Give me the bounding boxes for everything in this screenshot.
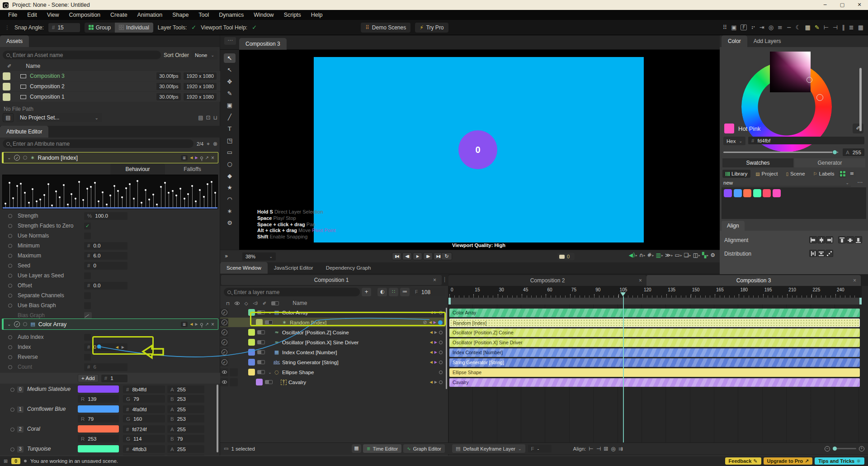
tab-color[interactable]: Color xyxy=(722,35,747,47)
checkbox-use-normals[interactable] xyxy=(84,233,91,239)
add-layer-button[interactable]: + xyxy=(362,288,371,296)
color-hex-field[interactable]: #4ffdb3 xyxy=(123,445,165,453)
timeline-bar[interactable]: Cavalry xyxy=(449,378,860,387)
align-left-button[interactable] xyxy=(809,236,817,243)
folder-icon[interactable]: ▤ xyxy=(198,114,203,121)
keyframe-right-icon[interactable]: ▶ xyxy=(434,310,437,314)
align-bottom-button[interactable] xyxy=(854,236,862,243)
feedback-button[interactable]: Feedback✎ xyxy=(725,457,761,465)
list-view-button[interactable]: ≡ xyxy=(848,171,856,177)
lib-tab-library[interactable]: Library xyxy=(722,170,750,178)
color-radio[interactable] xyxy=(10,447,14,452)
tab-assets[interactable]: Assets xyxy=(0,35,29,47)
align-middle-button[interactable] xyxy=(846,236,854,243)
demo-scenes-button[interactable]: ⠿ Demo Scenes xyxy=(361,23,410,33)
notification-badge[interactable]: 0 xyxy=(11,458,20,464)
attribute-radio[interactable] xyxy=(8,365,12,369)
time-editor-button[interactable]: ≣ Time Editor xyxy=(363,444,401,453)
asset-row[interactable]: Composition 330.00fps1920 x 1080 xyxy=(0,71,220,81)
layer-toggle[interactable] xyxy=(265,380,273,384)
menu-item-scripts[interactable]: Scripts xyxy=(279,10,306,20)
filter-settings-button[interactable]: ≔ xyxy=(400,288,410,296)
connection-target-dot[interactable] xyxy=(438,320,443,325)
checkbox-use-layer-as-seed[interactable] xyxy=(84,272,91,279)
color-alpha-field[interactable]: A255 xyxy=(167,405,204,413)
grid-view-button[interactable] xyxy=(839,171,846,177)
dropdown-caret-icon[interactable]: ▸ xyxy=(671,253,673,257)
swatch-group-menu-button[interactable]: ⋯ xyxy=(854,179,866,186)
ripple-icon[interactable]: ⇉ xyxy=(618,446,623,452)
timeline-ruler[interactable]: 0153045607590105120135150165180195210225… xyxy=(448,286,862,298)
color-swatch[interactable] xyxy=(78,445,119,452)
alpha-field[interactable]: A 255 xyxy=(843,148,864,156)
swatch[interactable] xyxy=(743,189,751,197)
snap-angle-field[interactable]: # 15 xyxy=(48,23,80,32)
seed-field[interactable]: #0 xyxy=(84,262,127,270)
dropdown-caret-icon[interactable]: ▸ xyxy=(698,253,700,257)
keyframe-right-icon[interactable]: ▶ xyxy=(434,360,437,364)
color-hex-field[interactable]: #4fa0fd xyxy=(123,405,165,413)
close-icon[interactable]: × xyxy=(853,275,856,286)
toggle-icon[interactable] xyxy=(271,301,279,305)
color-g-field[interactable]: G160 xyxy=(123,415,165,423)
attribute-header-color-array[interactable]: ⌄ ✓ ▤ Color Array ≣ ◀ ▶ ↗ × xyxy=(2,319,218,330)
timeline-bar[interactable]: Index Context [Number] xyxy=(449,348,860,357)
keyframe-left-icon[interactable]: ◀ xyxy=(116,345,118,349)
layer-row[interactable]: ⌄◌Ellipse Shape xyxy=(220,367,445,377)
visibility-cell[interactable] xyxy=(220,378,228,386)
scrollbar[interactable] xyxy=(217,385,218,452)
io-button[interactable]: ≣ xyxy=(181,322,188,327)
align-h-icon[interactable]: ⊢ xyxy=(589,446,593,452)
goto-line-icon[interactable]: ⇥ xyxy=(760,24,764,31)
bias-graph-button[interactable] xyxy=(84,312,92,319)
grid-view-icon[interactable]: ▦ xyxy=(858,24,863,31)
checker-icon[interactable]: ▚ xyxy=(702,252,706,258)
graph-editor-button[interactable]: ∿ Graph Editor xyxy=(403,444,445,453)
popout-icon[interactable]: ↗ xyxy=(205,322,209,327)
close-icon[interactable]: × xyxy=(639,275,642,286)
tab-generator[interactable]: Generator xyxy=(794,158,865,167)
timeline-tab-composition-2[interactable]: Composition 2× xyxy=(448,275,646,286)
scatter-icon[interactable]: ⠖ xyxy=(751,24,755,31)
attribute-header-random[interactable]: ⌄ ✓ ∗ Random [Index] ≣ ◀ ▶ ↗ × xyxy=(2,152,218,163)
saturation-value-square[interactable] xyxy=(770,52,811,92)
index-field[interactable]: #0◀▶ xyxy=(84,343,127,351)
color-hex-field[interactable]: #8b4ffd xyxy=(123,385,165,393)
tab-behaviour[interactable]: Behaviour xyxy=(110,164,165,175)
color-b-field[interactable]: B79 xyxy=(167,435,204,442)
pin-icon[interactable] xyxy=(200,323,203,326)
keyframe-circle-icon[interactable] xyxy=(439,311,443,314)
frame-tool[interactable]: ◳ xyxy=(224,136,236,145)
count-field[interactable]: #6 xyxy=(84,363,127,371)
console-icon[interactable]: ⊞ xyxy=(4,458,8,464)
lock-icon[interactable]: ⊓ xyxy=(226,301,230,306)
solo-radio[interactable] xyxy=(23,156,27,160)
star-tool[interactable]: ★ xyxy=(224,183,236,192)
collapse-caret-icon[interactable]: ⌄ xyxy=(7,155,11,160)
playhead-handle[interactable] xyxy=(620,292,626,296)
timeline-range-bar[interactable] xyxy=(448,298,862,304)
checkbox-reverse[interactable] xyxy=(84,354,91,361)
arc-tool[interactable]: ◠ xyxy=(224,195,236,204)
color-mode-select[interactable]: Hex⌄ xyxy=(723,137,745,145)
keyframe-circle-icon[interactable] xyxy=(439,351,443,354)
color-r-field[interactable]: R79 xyxy=(78,415,119,423)
keyframe-right-icon[interactable]: ▶ xyxy=(122,345,124,349)
upgrade-to-pro-button[interactable]: Upgrade to Pro↗ xyxy=(764,457,813,465)
keyframe-right-icon[interactable]: ▶ xyxy=(434,380,437,384)
keyframe-circle-icon[interactable] xyxy=(439,331,443,334)
checkbox-use-bias-graph[interactable] xyxy=(84,302,91,309)
color-r-field[interactable]: R139 xyxy=(78,395,119,403)
project-folder-button[interactable]: ▤ xyxy=(3,113,14,122)
align-top-button[interactable] xyxy=(838,236,846,243)
clear-filter-icon[interactable]: ⊗ xyxy=(213,141,217,147)
minimize-button[interactable]: ─ xyxy=(816,0,834,10)
scrollbar[interactable] xyxy=(446,308,447,389)
keyframe-right-icon[interactable]: ▶ xyxy=(434,330,437,334)
keyframe-circle-icon[interactable] xyxy=(439,341,443,344)
composition-circle[interactable]: 0 xyxy=(458,130,497,169)
color-g-field[interactable]: G114 xyxy=(123,435,165,442)
tab-swatches[interactable]: Swatches xyxy=(722,158,793,167)
layer-row[interactable]: TCavalry◀▶ xyxy=(220,377,445,387)
layer-color-swatch[interactable] xyxy=(248,369,255,376)
